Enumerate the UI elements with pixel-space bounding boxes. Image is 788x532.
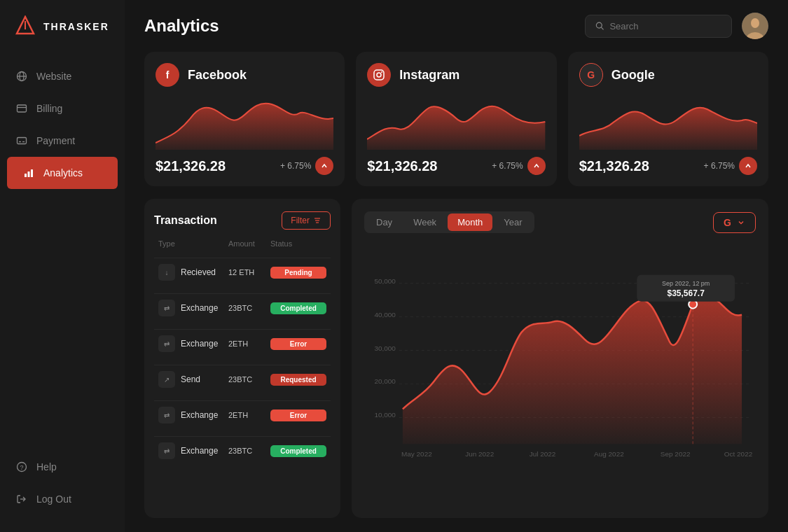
sidebar-item-help[interactable]: ? Help bbox=[0, 451, 125, 483]
col-type: Type bbox=[158, 239, 228, 248]
google-card-header: G Google bbox=[579, 63, 757, 87]
tab-month[interactable]: Month bbox=[448, 214, 492, 231]
tab-year[interactable]: Year bbox=[494, 214, 532, 231]
svg-text:May 2022: May 2022 bbox=[401, 450, 432, 458]
payment-icon bbox=[15, 134, 28, 147]
transaction-panel: Transaction Filter Type Amount Status bbox=[144, 199, 340, 518]
platform-cards-row: f Facebook bbox=[144, 52, 768, 186]
status-badge-0: Pending bbox=[270, 267, 326, 279]
table-row: ⇄ Exchange 23BTC Completed bbox=[154, 293, 331, 322]
svg-text:$35,567.7: $35,567.7 bbox=[668, 288, 705, 298]
row-icon-5: ⇄ bbox=[158, 442, 175, 459]
google-card-title: Google bbox=[611, 68, 655, 83]
status-badge-4: Error bbox=[270, 410, 326, 421]
sidebar-label-logout: Log Out bbox=[36, 493, 71, 505]
row-icon-2: ⇄ bbox=[158, 335, 175, 352]
help-icon: ? bbox=[15, 461, 28, 473]
instagram-platform-icon bbox=[367, 63, 391, 87]
instagram-mini-chart bbox=[367, 94, 545, 150]
google-card: G Google bbox=[568, 52, 768, 186]
billing-icon bbox=[15, 102, 28, 115]
sidebar-label-website: Website bbox=[36, 71, 71, 82]
sidebar: THRASKER Website Billing bbox=[0, 0, 125, 532]
svg-text:40,000: 40,000 bbox=[374, 311, 396, 318]
chart-controls: Day Week Month Year G bbox=[364, 211, 756, 233]
sidebar-item-billing[interactable]: Billing bbox=[0, 92, 125, 125]
facebook-platform-icon: f bbox=[155, 63, 179, 87]
instagram-change: + 6.75% bbox=[492, 157, 545, 175]
svg-point-23 bbox=[381, 71, 382, 73]
sidebar-label-payment: Payment bbox=[36, 135, 75, 146]
facebook-change: + 6.75% bbox=[280, 157, 333, 175]
tab-day[interactable]: Day bbox=[366, 214, 402, 231]
table-row: ↗ Send 23BTC Requested bbox=[154, 365, 331, 393]
google-change-value: + 6.75% bbox=[704, 161, 735, 171]
content-area: f Facebook bbox=[125, 52, 788, 532]
page-title: Analytics bbox=[144, 16, 219, 36]
google-change-badge bbox=[739, 157, 757, 175]
sidebar-label-billing: Billing bbox=[36, 103, 62, 114]
status-badge-1: Completed bbox=[270, 302, 326, 314]
google-dropdown[interactable]: G bbox=[713, 212, 756, 233]
instagram-card: Instagram $21,32 bbox=[356, 52, 556, 186]
status-badge-3: Requested bbox=[270, 374, 326, 386]
globe-icon bbox=[15, 70, 28, 83]
logo-area: THRASKER bbox=[0, 0, 125, 53]
table-row: ⇄ Exchange 2ETH Error bbox=[154, 329, 331, 358]
google-amount: $21,326.28 bbox=[579, 158, 649, 174]
bottom-nav: ? Help Log Out bbox=[0, 451, 125, 532]
analytics-icon bbox=[22, 167, 35, 179]
facebook-mini-chart bbox=[155, 94, 333, 150]
instagram-card-footer: $21,326.28 + 6.75% bbox=[367, 157, 545, 175]
row-icon-3: ↗ bbox=[158, 371, 175, 388]
instagram-amount: $21,326.28 bbox=[367, 158, 437, 174]
logo-icon bbox=[14, 15, 36, 38]
svg-text:Oct 2022: Oct 2022 bbox=[724, 450, 753, 458]
facebook-card: f Facebook bbox=[144, 52, 345, 186]
avatar bbox=[742, 13, 768, 39]
google-change: + 6.75% bbox=[704, 157, 757, 175]
transaction-table-header: Type Amount Status bbox=[154, 237, 331, 251]
search-icon bbox=[595, 21, 604, 31]
filter-icon bbox=[313, 216, 322, 225]
svg-text:Sep 2022: Sep 2022 bbox=[661, 450, 691, 458]
facebook-card-footer: $21,326.28 + 6.75% bbox=[155, 157, 333, 175]
svg-point-16 bbox=[596, 22, 602, 28]
sidebar-item-payment[interactable]: Payment bbox=[0, 125, 125, 157]
sidebar-item-analytics[interactable]: Analytics bbox=[7, 157, 118, 189]
svg-rect-12 bbox=[31, 169, 33, 177]
svg-text:50,000: 50,000 bbox=[374, 277, 396, 285]
table-row: ↓ Recieved 12 ETH Pending bbox=[154, 258, 331, 286]
svg-point-19 bbox=[751, 18, 759, 28]
main-content: Analytics bbox=[125, 0, 788, 532]
search-box[interactable] bbox=[585, 15, 732, 38]
google-mini-chart bbox=[579, 94, 757, 150]
table-row: ⇄ Exchange 2ETH Error bbox=[154, 400, 331, 429]
sidebar-item-website[interactable]: Website bbox=[0, 60, 125, 92]
row-type-5: ⇄ Exchange bbox=[158, 442, 228, 459]
search-input[interactable] bbox=[609, 21, 721, 31]
logout-icon bbox=[15, 493, 28, 505]
svg-line-17 bbox=[601, 27, 603, 29]
instagram-change-value: + 6.75% bbox=[492, 161, 523, 171]
svg-text:30,000: 30,000 bbox=[374, 344, 396, 352]
filter-button[interactable]: Filter bbox=[282, 211, 331, 230]
sidebar-label-analytics: Analytics bbox=[43, 167, 83, 178]
sidebar-item-logout[interactable]: Log Out bbox=[0, 483, 125, 515]
instagram-card-title: Instagram bbox=[399, 68, 459, 83]
svg-text:20,000: 20,000 bbox=[374, 377, 396, 385]
svg-rect-21 bbox=[374, 70, 384, 80]
main-nav: Website Billing Payment bbox=[0, 53, 125, 451]
row-icon-0: ↓ bbox=[158, 264, 175, 281]
svg-rect-7 bbox=[18, 138, 27, 144]
google-card-footer: $21,326.28 + 6.75% bbox=[579, 157, 757, 175]
svg-text:?: ? bbox=[20, 464, 24, 471]
tab-week[interactable]: Week bbox=[403, 214, 446, 231]
status-badge-2: Error bbox=[270, 338, 326, 350]
facebook-card-header: f Facebook bbox=[155, 63, 333, 87]
row-type-1: ⇄ Exchange bbox=[158, 300, 228, 316]
sidebar-label-help: Help bbox=[36, 461, 57, 472]
google-platform-icon: G bbox=[579, 63, 603, 87]
transaction-title: Transaction bbox=[154, 214, 217, 227]
svg-rect-10 bbox=[25, 174, 27, 177]
